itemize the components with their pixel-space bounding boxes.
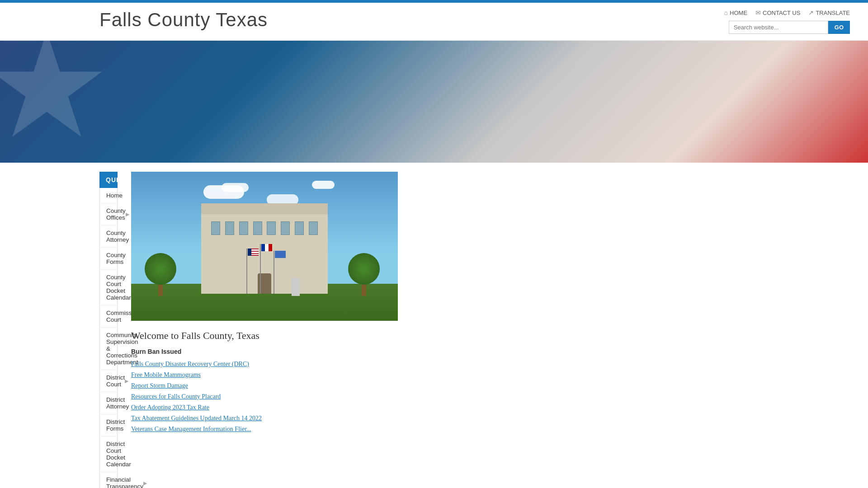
search-button[interactable]: GO xyxy=(828,21,850,34)
link-placard[interactable]: Resources for Falls County Placard xyxy=(131,393,850,400)
header-right: ⌂ HOME ✉ CONTACT US ↗ TRANSLATE GO xyxy=(724,9,850,34)
sidebar-item-commissioners-court[interactable]: Commissioners' Court ▶ xyxy=(100,305,117,328)
sidebar-item-district-attorney[interactable]: District Attorney xyxy=(100,392,117,414)
translate-nav-link[interactable]: ↗ TRANSLATE xyxy=(808,9,850,16)
main-content: QUICKLINKS Home County Offices ▶ County … xyxy=(0,163,868,488)
tree-trunk xyxy=(158,285,163,296)
building-windows xyxy=(201,212,328,235)
sidebar-item-county-offices[interactable]: County Offices ▶ xyxy=(100,203,117,225)
tree-left xyxy=(145,253,176,296)
link-storm-damage[interactable]: Report Storm Damage xyxy=(131,382,850,389)
window xyxy=(309,221,318,235)
header-nav: ⌂ HOME ✉ CONTACT US ↗ TRANSLATE xyxy=(724,9,850,16)
cloud xyxy=(312,181,335,189)
sidebar-item-district-court[interactable]: District Court ▶ xyxy=(100,370,117,392)
sidebar-item-county-court-docket[interactable]: County Court Docket Calendar xyxy=(100,270,117,305)
sidebar-item-county-attorney[interactable]: County Attorney xyxy=(100,225,117,248)
burn-ban-notice: Burn Ban Issued xyxy=(131,348,850,355)
tree-canopy xyxy=(145,253,176,285)
sidebar-item-district-forms[interactable]: District Forms xyxy=(100,414,117,436)
link-tax-rate[interactable]: Order Adopting 2023 Tax Rate xyxy=(131,404,850,411)
site-title: Falls County Texas xyxy=(99,9,268,31)
window xyxy=(253,221,262,235)
tree-right xyxy=(348,253,380,296)
flag-pole-1 xyxy=(246,249,247,294)
sidebar: QUICKLINKS Home County Offices ▶ County … xyxy=(0,163,118,488)
window xyxy=(225,221,234,235)
link-tax-abatement[interactable]: Tax Abatement Guidelines Updated March 1… xyxy=(131,415,850,422)
contact-nav-link[interactable]: ✉ CONTACT US xyxy=(755,9,800,16)
window xyxy=(239,221,248,235)
building-top xyxy=(201,203,328,214)
search-input[interactable] xyxy=(729,21,828,34)
courthouse-image xyxy=(131,172,398,321)
sidebar-item-financial-transparency[interactable]: Financial Transparency ▶ xyxy=(100,472,117,488)
header: Falls County Texas ⌂ HOME ✉ CONTACT US ↗… xyxy=(0,3,868,41)
quicklinks-header: QUICKLINKS xyxy=(99,172,118,188)
link-mammograms[interactable]: Free Mobile Mammograms xyxy=(131,371,850,379)
window xyxy=(267,221,276,235)
courthouse-building xyxy=(201,212,328,294)
content-area: Welcome to Falls County, Texas Burn Ban … xyxy=(118,163,868,488)
window xyxy=(281,221,290,235)
contact-icon: ✉ xyxy=(755,9,761,16)
tree-canopy xyxy=(348,253,380,285)
window xyxy=(295,221,304,235)
texas-flag xyxy=(261,244,272,251)
sidebar-item-home[interactable]: Home xyxy=(100,188,117,203)
sidebar-item-county-forms[interactable]: County Forms xyxy=(100,248,117,270)
us-flag xyxy=(248,249,259,256)
monument xyxy=(292,278,300,296)
link-drc[interactable]: Falls County Disaster Recovery Center (D… xyxy=(131,361,850,368)
cloud xyxy=(222,183,249,192)
translate-icon: ↗ xyxy=(808,9,814,16)
sidebar-item-community-supervision[interactable]: Community Supervision & Corrections Depa… xyxy=(100,328,117,370)
home-icon: ⌂ xyxy=(724,9,728,16)
tree-trunk xyxy=(362,285,366,296)
flag-pole-3 xyxy=(274,251,274,294)
sidebar-item-district-court-docket[interactable]: District Court Docket Calendar xyxy=(100,436,117,472)
link-veterans[interactable]: Veterans Case Management Information Fli… xyxy=(131,426,850,433)
search-bar: GO xyxy=(729,21,850,34)
other-flag xyxy=(275,251,286,258)
window xyxy=(211,221,220,235)
content-links: Falls County Disaster Recovery Center (D… xyxy=(131,361,850,433)
flag-pole-2 xyxy=(260,244,261,294)
welcome-title: Welcome to Falls County, Texas xyxy=(131,330,850,342)
hero-banner xyxy=(0,41,868,163)
sidebar-menu: Home County Offices ▶ County Attorney Co… xyxy=(99,188,118,488)
home-nav-link[interactable]: ⌂ HOME xyxy=(724,9,747,16)
